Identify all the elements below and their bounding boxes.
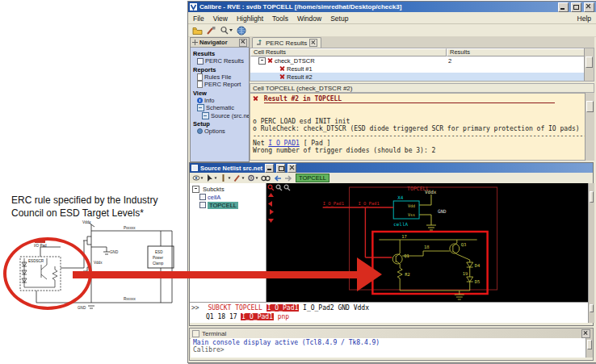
view-eye-icon[interactable]: [192, 174, 204, 182]
sidebar-item-label: Options: [204, 128, 225, 135]
search-binoculars-icon[interactable]: [261, 174, 271, 182]
tab-perc-results[interactable]: PERC Results: [252, 37, 321, 48]
detail-scrollbar[interactable]: [585, 93, 594, 161]
sidebar-item-label: Schematic: [206, 104, 234, 111]
sidebar-item-schematic[interactable]: Schematic: [191, 104, 249, 112]
table-row-check-dtscr[interactable]: check_DTSCR 2: [250, 56, 594, 65]
textpane-scrollbar[interactable]: [588, 302, 594, 323]
highlighted-net-token[interactable]: I_O_Pad1: [267, 304, 300, 312]
terminal-scrollbar[interactable]: [586, 338, 593, 358]
sidebar-item-label: Rules File: [204, 73, 231, 81]
maximize-button[interactable]: [571, 2, 581, 12]
column-results[interactable]: Results: [447, 48, 594, 56]
globe-icon[interactable]: [237, 26, 246, 36]
forward-arrow-icon[interactable]: [284, 174, 293, 182]
menu-tools[interactable]: Tools: [272, 15, 288, 23]
table-row-result-1[interactable]: Result #1: [250, 65, 594, 73]
menu-highlight[interactable]: Highlight: [237, 15, 263, 23]
canvas-controls: [267, 184, 291, 224]
minimize-button[interactable]: [558, 2, 569, 12]
tree-root-subckts[interactable]: Subckts: [190, 185, 266, 193]
probe-icon[interactable]: [220, 174, 231, 182]
nav-section-reports: Reports: [191, 65, 249, 73]
highlight-arrow: [73, 256, 383, 293]
navigator-title: Navigator: [199, 39, 228, 46]
highlight-brush-icon[interactable]: [233, 174, 245, 182]
ann-label-gnd-mid: GND: [110, 250, 119, 254]
result-count: 2: [448, 57, 451, 65]
netlist-restore-button[interactable]: [276, 164, 285, 173]
sidebar-item-source[interactable]: Source (src.net): [191, 112, 249, 120]
select-pointer-icon[interactable]: [206, 174, 217, 182]
highlight-brush-icon[interactable]: [206, 26, 216, 36]
canvas-scrollbar[interactable]: [588, 183, 594, 302]
menu-view[interactable]: View: [213, 15, 228, 23]
ann-label-rnet: Rxxxxx: [124, 297, 136, 301]
back-arrow-icon[interactable]: [273, 174, 282, 182]
terminal-output[interactable]: Main console display active (Tcl8.4.9 / …: [191, 338, 586, 358]
zoom-in-icon[interactable]: [275, 184, 283, 191]
tab-close-icon[interactable]: [309, 39, 317, 47]
navigator-close-icon[interactable]: [239, 39, 247, 47]
terminal-line: Main console display active (Tcl8.4.9 / …: [193, 339, 584, 346]
nav-section-results: Results: [191, 49, 249, 57]
netlist-minimize-button[interactable]: [265, 164, 274, 173]
gnd-label: GND: [438, 208, 447, 214]
cell-results-table: Cell Results Results check_DTSCR 2 Resul…: [250, 48, 594, 82]
netlist-titlebar[interactable]: Source Netlist src.net: [190, 163, 593, 173]
pan-left-icon[interactable]: [267, 200, 275, 207]
highlighted-net-token[interactable]: I_O_Pad1: [241, 313, 274, 320]
table-scrollbar[interactable]: [584, 48, 594, 81]
tree-item-cella[interactable]: cellA: [190, 193, 266, 201]
menu-help[interactable]: Help: [577, 15, 591, 23]
sidebar-item-label: PERC Report: [204, 81, 241, 88]
pad-net-label[interactable]: I_O_Pad1: [358, 201, 379, 207]
tree-item-topcell[interactable]: TOPCELL: [190, 201, 266, 209]
perc-results-pane: PERC Results Cell Results Results check_…: [250, 37, 594, 161]
pan-up-icon[interactable]: [267, 192, 275, 199]
source-icon: [202, 112, 209, 119]
zoom-select-icon[interactable]: [267, 184, 275, 191]
find-icon[interactable]: [220, 26, 233, 36]
collapse-expander-icon[interactable]: [192, 186, 199, 193]
terminal-close-icon[interactable]: [581, 329, 590, 338]
pan-down-icon[interactable]: [267, 216, 275, 224]
schematic-icon: [197, 104, 204, 111]
current-cell-box[interactable]: TOPCELL: [296, 174, 329, 182]
tree-root-label: Subckts: [203, 186, 225, 193]
menu-file[interactable]: File: [193, 15, 204, 23]
netlist-close-button[interactable]: [288, 164, 296, 173]
sidebar-item-info[interactable]: Info: [191, 97, 249, 105]
net-link[interactable]: I_O_PAD1: [268, 140, 300, 147]
terminal-window: Terminal Main console display active (Tc…: [189, 328, 594, 361]
sidebar-item-perc-results[interactable]: PERC Results: [191, 57, 249, 65]
pan-right-icon[interactable]: [267, 208, 275, 215]
ann-label-gnd-bottom: GND: [78, 306, 86, 310]
model-name: pnp: [278, 313, 289, 320]
pad-net-label[interactable]: I_O_Pad1: [323, 201, 344, 207]
menu-window[interactable]: Window: [297, 15, 321, 23]
sidebar-item-rules-file[interactable]: Rules File: [191, 73, 249, 82]
result-link[interactable]: Result #2 in TOPCELL: [264, 95, 555, 103]
main-titlebar[interactable]: Calibre - RVE : svdb TOPCELL [/home/simr…: [188, 2, 596, 12]
menu-setup[interactable]: Setup: [330, 15, 348, 23]
zoom-out-icon[interactable]: [283, 184, 291, 191]
table-row-result-2[interactable]: Result #2: [250, 73, 594, 81]
netlist-title: Source Netlist src.net: [200, 165, 262, 172]
collapse-expander-icon[interactable]: [258, 57, 266, 65]
sidebar-item-options[interactable]: Options: [191, 128, 249, 136]
net-prefix: Net: [253, 140, 264, 147]
sidebar-item-perc-report[interactable]: PERC Report: [191, 81, 249, 89]
close-button[interactable]: [584, 2, 594, 12]
sidebar-item-label: Source (src.net): [211, 112, 249, 119]
result-detail-body: Result #2 in TOPCELL o PERC LOAD esd INI…: [250, 93, 586, 161]
navigator-header[interactable]: Navigator: [191, 38, 249, 48]
app-icon: [190, 3, 197, 10]
cella-instance-box[interactable]: [393, 201, 419, 219]
error-x-icon: [267, 58, 273, 64]
open-folder-icon[interactable]: [192, 26, 203, 36]
netlist-text-pane[interactable]: >> SUBCKT TOPCELL I_O_Pad1 I_O_Pad2 GND …: [190, 302, 588, 323]
settings-gear-icon[interactable]: [247, 174, 258, 182]
column-cell-results[interactable]: Cell Results: [250, 48, 447, 56]
result-label: Result #1: [287, 65, 313, 73]
